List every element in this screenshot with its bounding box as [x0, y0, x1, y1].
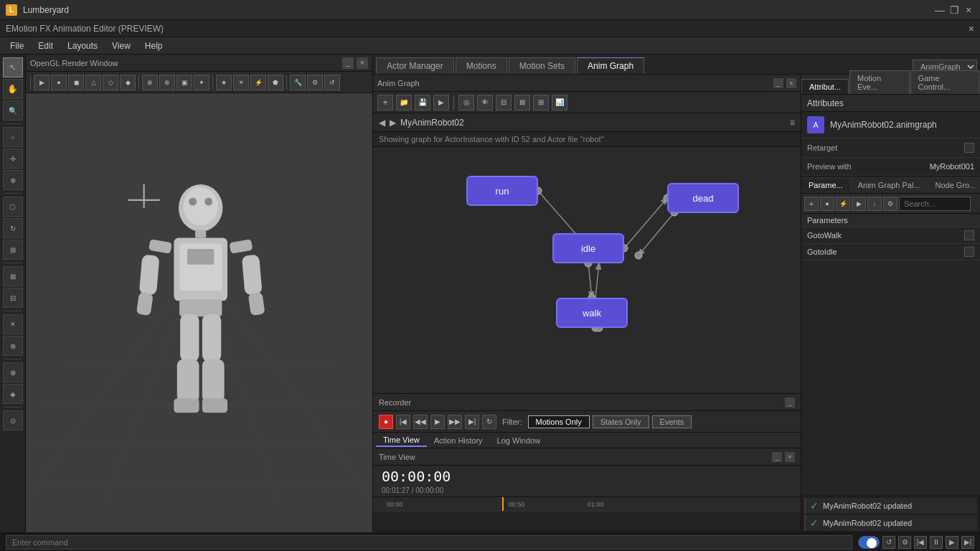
param-check-gotowalk[interactable] [964, 230, 974, 240]
editor-close-btn[interactable]: × [969, 23, 974, 34]
tab-motions[interactable]: Motions [456, 57, 507, 74]
menu-layouts[interactable]: Layouts [60, 39, 105, 52]
menu-help[interactable]: Help [138, 39, 170, 52]
tb-btn-13[interactable]: ⚡ [250, 75, 266, 90]
param-check-gotoidle[interactable] [964, 247, 974, 257]
tool-e[interactable]: ⊗ [3, 362, 23, 382]
rec-play-btn[interactable]: ▶ [430, 415, 445, 429]
node-walk[interactable]: walk [556, 298, 628, 328]
tool-scale[interactable]: ⊞ [3, 240, 23, 260]
tool-pan[interactable]: ✛ [3, 149, 23, 169]
status-btn-2[interactable]: ⚙ [898, 536, 911, 549]
anim-graph-canvas[interactable]: run idle dead walk [373, 147, 801, 393]
timeview-minimize-btn[interactable]: _ [772, 452, 782, 462]
ag-save-btn[interactable]: 💾 [415, 95, 430, 110]
attr-retarget-checkbox[interactable] [964, 143, 974, 153]
tool-b[interactable]: ⊟ [3, 288, 23, 308]
rs-tab-attributes[interactable]: Attribut... [801, 79, 849, 94]
tool-transform[interactable]: ⬡ [3, 197, 23, 217]
breadcrumb-forward-btn[interactable]: ▶ [390, 118, 396, 128]
record-btn[interactable]: ● [379, 415, 393, 429]
rec-loop-btn[interactable]: ↻ [482, 415, 496, 429]
tb-btn-4[interactable]: △ [85, 75, 101, 90]
breadcrumb-back-btn[interactable]: ◀ [379, 118, 385, 128]
status-play-btn[interactable]: ▶ [946, 536, 958, 549]
rs-tab-motion-events[interactable]: Motion Eve... [849, 70, 910, 94]
status-next-frame[interactable]: ▶| [961, 536, 974, 549]
ag-btn-a[interactable]: ◎ [458, 95, 474, 110]
rec-next-btn[interactable]: ▶▶ [448, 415, 462, 429]
tb-btn-3[interactable]: ◼ [68, 75, 84, 90]
rec-tab-timeview[interactable]: Time View [376, 434, 427, 447]
menu-view[interactable]: View [105, 39, 138, 52]
ag-btn-f[interactable]: 📊 [552, 95, 567, 110]
tab-motion-sets[interactable]: Motion Sets [509, 57, 575, 74]
tb-btn-9[interactable]: ▣ [176, 75, 192, 90]
tb-btn-8[interactable]: ⊗ [159, 75, 175, 90]
status-pause-btn[interactable]: ⏸ [930, 536, 943, 549]
tool-rotate[interactable]: ↻ [3, 218, 23, 238]
ag-btn-d[interactable]: ⊠ [514, 95, 530, 110]
tb-btn-14[interactable]: ⬟ [268, 75, 283, 90]
node-dead[interactable]: dead [667, 183, 739, 213]
params-search-input[interactable] [899, 197, 971, 211]
tool-g[interactable]: ⊙ [3, 410, 23, 430]
ag-btn-e[interactable]: ⊞ [533, 95, 549, 110]
tool-hand[interactable]: ✋ [3, 79, 23, 99]
tb-btn-17[interactable]: ↺ [324, 75, 340, 90]
tb-btn-7[interactable]: ⊕ [142, 75, 158, 90]
params-btn-3[interactable]: ⚡ [836, 197, 850, 211]
anim-graph-minimize-btn[interactable]: _ [773, 78, 783, 88]
node-run[interactable]: run [466, 176, 538, 206]
viewport-3d[interactable]: Perspective [26, 93, 372, 551]
params-tab-groups[interactable]: Node Gro... [928, 179, 980, 191]
rec-tab-action-history[interactable]: Action History [427, 435, 490, 446]
tb-btn-5[interactable]: ◇ [103, 75, 118, 90]
rec-start-btn[interactable]: |◀ [396, 415, 410, 429]
tool-zoom[interactable]: 🔍 [3, 100, 23, 121]
tool-select[interactable]: ↖ [3, 57, 23, 77]
params-btn-5[interactable]: ↓ [867, 197, 882, 211]
timeview-close-btn[interactable]: × [785, 452, 795, 462]
tab-anim-graph[interactable]: Anim Graph [577, 57, 644, 74]
tool-orbit[interactable]: ○ [3, 127, 23, 147]
filter-motions-only-btn[interactable]: Motions Only [528, 415, 590, 428]
minimize-btn[interactable]: — [934, 4, 946, 16]
tb-btn-6[interactable]: ◆ [120, 75, 136, 90]
status-btn-1[interactable]: ↺ [882, 536, 895, 549]
params-btn-4[interactable]: ▶ [852, 197, 866, 211]
close-btn[interactable]: × [963, 4, 974, 16]
filter-states-only-btn[interactable]: States Only [593, 415, 649, 428]
params-btn-2[interactable]: ● [820, 197, 834, 211]
params-settings-btn[interactable]: ⚙ [883, 197, 897, 211]
tb-btn-15[interactable]: 🔧 [290, 75, 306, 90]
viewport-minimize-btn[interactable]: _ [342, 57, 354, 69]
tool-c[interactable]: ✕ [3, 314, 23, 334]
command-input[interactable] [6, 535, 852, 550]
rec-end-btn[interactable]: ▶| [465, 415, 479, 429]
status-loop-btn[interactable] [858, 536, 880, 549]
filter-events-btn[interactable]: Events [652, 415, 692, 428]
viewport-close-btn[interactable]: × [357, 57, 368, 69]
ag-play-btn[interactable]: ▶ [433, 95, 449, 110]
tool-d[interactable]: ⊕ [3, 336, 23, 356]
tb-btn-1[interactable]: ▶ [34, 75, 50, 90]
breadcrumb-menu-btn[interactable]: ≡ [790, 118, 795, 128]
menu-file[interactable]: File [3, 39, 31, 52]
anim-graph-close-btn[interactable]: × [786, 78, 796, 88]
maximize-btn[interactable]: ❐ [948, 4, 960, 16]
recorder-minimize-btn[interactable]: _ [785, 397, 795, 408]
tb-btn-2[interactable]: ● [51, 75, 67, 90]
rec-prev-btn[interactable]: ◀◀ [413, 415, 428, 429]
ag-btn-c[interactable]: ⊟ [496, 95, 512, 110]
menu-edit[interactable]: Edit [31, 39, 60, 52]
tool-zoom2[interactable]: ⊕ [3, 170, 23, 190]
ag-open-btn[interactable]: 📁 [396, 95, 412, 110]
tb-btn-10[interactable]: ✦ [194, 75, 209, 90]
node-idle[interactable]: idle [552, 233, 624, 263]
tool-f[interactable]: ◈ [3, 384, 23, 404]
rec-tab-log-window[interactable]: Log Window [490, 435, 548, 446]
params-add-btn[interactable]: + [804, 197, 819, 211]
params-tab-palette[interactable]: Anim Graph Pal... [851, 179, 928, 191]
rs-tab-game-control[interactable]: Game Control... [910, 70, 979, 94]
